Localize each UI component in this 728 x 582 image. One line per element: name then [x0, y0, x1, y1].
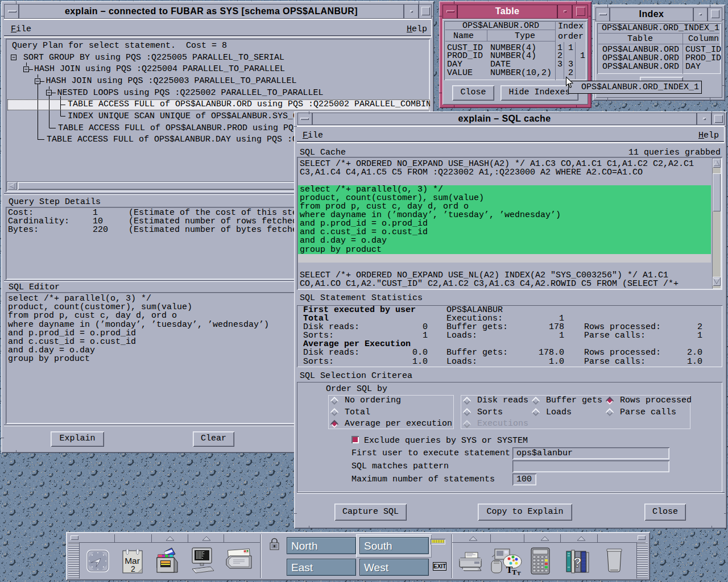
svg-text:T: T — [517, 571, 521, 575]
svg-text:2: 2 — [131, 564, 135, 573]
svg-text:T: T — [512, 568, 517, 575]
svg-text:?: ? — [573, 555, 582, 570]
